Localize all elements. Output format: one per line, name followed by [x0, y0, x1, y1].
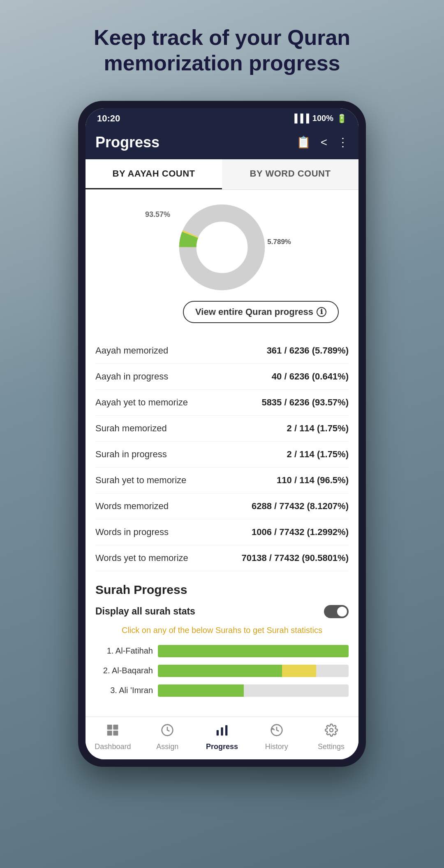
nav-icon-settings: [325, 724, 338, 740]
surah-bar-green: [158, 645, 349, 657]
nav-icon-history: [270, 724, 283, 740]
stat-label: Words yet to memorize: [95, 553, 188, 563]
surah-section-title: Surah Progress: [95, 583, 349, 597]
clipboard-icon[interactable]: 📋: [296, 135, 311, 149]
stat-row: Aayah in progress 40 / 6236 (0.641%): [95, 364, 349, 390]
nav-item-progress[interactable]: Progress: [195, 724, 250, 751]
status-time: 10:20: [97, 113, 120, 124]
surah-bar-row[interactable]: 2. Al-Baqarah: [95, 665, 349, 677]
stat-label: Aayah memorized: [95, 345, 168, 356]
tab-word-count[interactable]: BY WORD COUNT: [222, 159, 358, 189]
nav-icon-progress: [215, 724, 229, 740]
stat-value: 6288 / 77432 (8.1207%): [252, 501, 349, 512]
stat-label: Surah in progress: [95, 449, 167, 460]
view-progress-label: View entire Quran progress: [195, 307, 313, 317]
surah-name: 2. Al-Baqarah: [95, 666, 153, 675]
nav-item-settings[interactable]: Settings: [304, 724, 358, 751]
surah-section: Surah Progress Display all surah stats C…: [86, 571, 358, 704]
nav-label-settings: Settings: [318, 742, 345, 751]
battery-icon: 100%: [312, 114, 333, 123]
stat-label: Surah memorized: [95, 423, 167, 434]
stat-label: Aayah yet to memorize: [95, 397, 188, 408]
surah-bar-green: [158, 665, 282, 677]
svg-rect-5: [113, 724, 118, 729]
surah-name: 3. Ali 'Imran: [95, 686, 153, 695]
more-icon[interactable]: ⋮: [337, 135, 349, 149]
stat-row: Surah memorized 2 / 114 (1.75%): [95, 416, 349, 442]
stat-row: Surah yet to memorize 110 / 114 (96.5%): [95, 468, 349, 493]
nav-label-history: History: [265, 742, 288, 751]
surah-bar: [158, 645, 349, 657]
nav-label-progress: Progress: [206, 742, 238, 751]
svg-point-13: [330, 728, 333, 732]
tab-aayah-count[interactable]: BY AAYAH COUNT: [86, 159, 222, 189]
stat-value: 361 / 6236 (5.789%): [267, 345, 349, 356]
svg-rect-9: [217, 730, 219, 735]
phone-mockup: 10:20 ▐▐▐ 100% 🔋 Progress 📋 < ⋮ BY AAYAH…: [78, 101, 366, 767]
phone-screen: 10:20 ▐▐▐ 100% 🔋 Progress 📋 < ⋮ BY AAYAH…: [86, 108, 358, 759]
svg-point-3: [198, 223, 245, 271]
battery-full-icon: 🔋: [337, 114, 347, 123]
stat-value: 2 / 114 (1.75%): [287, 449, 349, 460]
stat-row: Surah in progress 2 / 114 (1.75%): [95, 442, 349, 468]
info-icon: ℹ: [317, 307, 326, 317]
stat-row: Words memorized 6288 / 77432 (8.1207%): [95, 493, 349, 519]
stat-row: Aayah yet to memorize 5835 / 6236 (93.57…: [95, 390, 349, 416]
surah-bar-row[interactable]: 3. Ali 'Imran: [95, 684, 349, 697]
stat-value: 1006 / 77432 (1.2992%): [252, 527, 349, 538]
donut-chart: [177, 202, 267, 293]
stat-label: Words memorized: [95, 501, 169, 512]
nav-item-history[interactable]: History: [249, 724, 304, 751]
share-icon[interactable]: <: [321, 136, 327, 149]
surah-bar: [158, 684, 349, 697]
svg-rect-10: [221, 727, 223, 735]
view-progress-button[interactable]: View entire Quran progress ℹ: [183, 301, 339, 323]
status-icons: ▐▐▐ 100% 🔋: [291, 114, 347, 123]
signal-icon: ▐▐▐: [291, 114, 309, 123]
svg-rect-6: [107, 731, 112, 735]
nav-icon-assign: [161, 724, 174, 740]
stat-value: 5835 / 6236 (93.57%): [261, 397, 349, 408]
tab-bar: BY AAYAH COUNT BY WORD COUNT: [86, 159, 358, 190]
donut-chart-area: 93.57% 5.789%: [86, 190, 358, 297]
main-content: 93.57% 5.789% View entire Quran progress: [86, 190, 358, 717]
nav-icon-dashboard: [106, 724, 119, 740]
nav-label-dashboard: Dashboard: [95, 742, 131, 751]
stat-row: Words yet to memorize 70138 / 77432 (90.…: [95, 545, 349, 571]
display-toggle[interactable]: [324, 605, 349, 618]
surah-bar-yellow: [282, 665, 317, 677]
surah-bar-green: [158, 684, 244, 697]
app-bar: Progress 📋 < ⋮: [86, 127, 358, 159]
surah-click-hint: Click on any of the below Surahs to get …: [95, 626, 349, 635]
stat-value: 2 / 114 (1.75%): [287, 423, 349, 434]
stat-row: Words in progress 1006 / 77432 (1.2992%): [95, 519, 349, 545]
nav-item-assign[interactable]: Assign: [140, 724, 195, 751]
surah-bar-row[interactable]: 1. Al-Fatihah: [95, 645, 349, 657]
svg-rect-7: [113, 731, 118, 735]
stat-label: Surah yet to memorize: [95, 475, 186, 486]
surah-name: 1. Al-Fatihah: [95, 646, 153, 656]
stat-row: Aayah memorized 361 / 6236 (5.789%): [95, 338, 349, 364]
stat-value: 70138 / 77432 (90.5801%): [241, 553, 349, 563]
svg-rect-11: [225, 725, 227, 735]
stats-table: Aayah memorized 361 / 6236 (5.789%) Aaya…: [86, 338, 358, 571]
chart-label-green: 5.789%: [266, 237, 293, 247]
stat-label: Words in progress: [95, 527, 169, 538]
surah-bars: 1. Al-Fatihah 2. Al-Baqarah 3. Ali 'Imra…: [95, 645, 349, 697]
app-title: Progress: [95, 134, 160, 151]
svg-rect-4: [107, 724, 112, 729]
display-toggle-row: Display all surah stats: [95, 605, 349, 618]
bottom-nav: Dashboard Assign Progress History Settin…: [86, 717, 358, 759]
toggle-label: Display all surah stats: [95, 606, 195, 617]
surah-bar: [158, 665, 349, 677]
status-bar: 10:20 ▐▐▐ 100% 🔋: [86, 108, 358, 127]
page-header: Keep track of your Quran memorization pr…: [37, 25, 407, 101]
nav-label-assign: Assign: [156, 742, 178, 751]
stat-value: 40 / 6236 (0.641%): [272, 371, 349, 382]
stat-value: 110 / 114 (96.5%): [277, 475, 349, 486]
chart-label-main: 93.57%: [145, 210, 170, 219]
app-bar-actions: 📋 < ⋮: [296, 135, 349, 149]
stat-label: Aayah in progress: [95, 371, 168, 382]
nav-item-dashboard[interactable]: Dashboard: [86, 724, 140, 751]
